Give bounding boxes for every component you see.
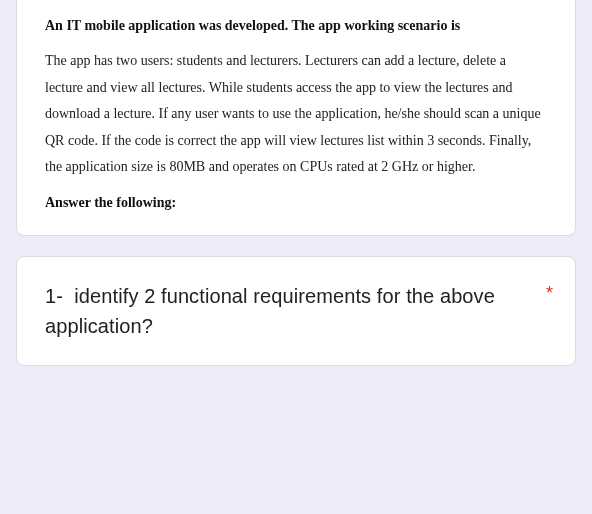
question-number: 1- — [45, 285, 63, 307]
required-star-icon: * — [546, 283, 553, 304]
question-body: identify 2 functional requirements for t… — [45, 285, 495, 337]
scenario-card: An IT mobile application was developed. … — [16, 0, 576, 236]
scenario-body: The app has two users: students and lect… — [45, 48, 547, 181]
question-card: * 1- identify 2 functional requirements … — [16, 256, 576, 366]
question-text: 1- identify 2 functional requirements fo… — [45, 281, 547, 341]
answer-label: Answer the following: — [45, 195, 547, 211]
scenario-title: An IT mobile application was developed. … — [45, 18, 547, 34]
